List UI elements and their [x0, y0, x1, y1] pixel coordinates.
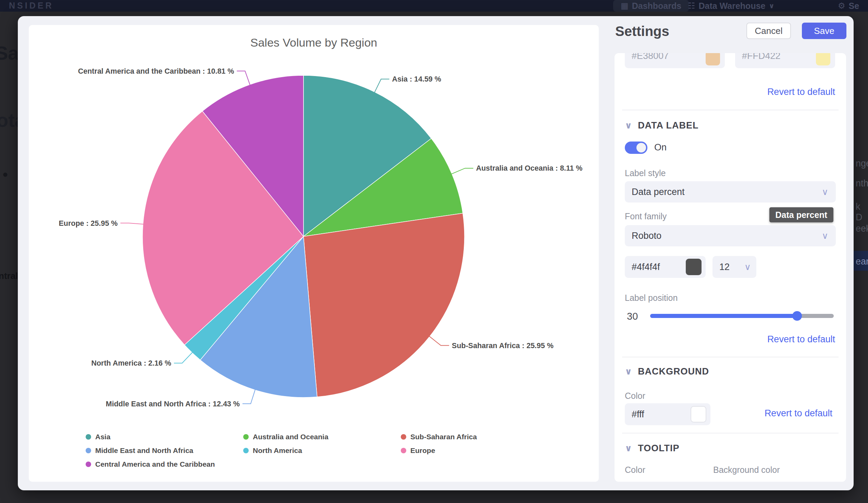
background-menu-fragment: k D	[856, 202, 868, 223]
top-navbar: NSIDER ▦ Dashboards ☷ Data Warehouse ∨ ⚙…	[0, 0, 868, 12]
slider-value: 30	[627, 311, 638, 322]
legend-item[interactable]: North America	[243, 446, 401, 455]
legend-item[interactable]: Sub-Saharan Africa	[401, 433, 551, 441]
pie-leader-line	[374, 79, 389, 93]
legend-label: Asia	[95, 433, 110, 441]
pie-slice-label: Asia : 14.59 %	[392, 75, 441, 83]
label-style-label: Label style	[625, 168, 666, 178]
label-position-slider-row: 30	[625, 311, 834, 321]
background-menu-fragment: nth	[856, 178, 868, 189]
divider	[622, 110, 838, 110]
pie-leader-line	[174, 352, 193, 363]
legend-item[interactable]: Asia	[86, 433, 243, 441]
legend-color-dot	[243, 434, 249, 440]
legend-label: Australia and Oceania	[253, 433, 329, 441]
database-icon: ☷	[688, 2, 695, 10]
legend-item[interactable]: Europe	[401, 446, 551, 455]
background-color-input[interactable]: #fff	[625, 403, 711, 425]
background-bullet-fragment: •	[3, 166, 8, 183]
pie-slice[interactable]	[303, 213, 465, 397]
pie-leader-line	[121, 223, 145, 224]
screen: NSIDER ▦ Dashboards ☷ Data Warehouse ∨ ⚙…	[0, 0, 868, 503]
revert-to-default-link[interactable]: Revert to default	[767, 87, 835, 97]
font-color-input[interactable]: #4f4f4f	[625, 256, 706, 278]
series-color-swatch[interactable]	[706, 53, 720, 65]
section-header-data-label[interactable]: ∨ DATA LABEL	[625, 120, 699, 131]
background-text-fragment: ntral	[0, 271, 18, 281]
section-header-background[interactable]: ∨ BACKGROUND	[625, 366, 709, 377]
series-color-input[interactable]: #FFD422	[735, 53, 835, 68]
font-family-label: Font family	[625, 212, 666, 221]
revert-to-default-link[interactable]: Revert to default	[767, 334, 835, 345]
pie-slice-label: Australia and Oceania : 8.11 %	[476, 164, 583, 172]
chevron-down-icon: ∨	[744, 262, 751, 273]
pie-leader-line	[451, 168, 473, 174]
nav-data-warehouse-dropdown[interactable]: ☷ Data Warehouse ∨	[688, 0, 775, 12]
legend-label: Central America and the Caribbean	[95, 460, 215, 469]
background-menu-fragment: eek	[856, 223, 868, 234]
divider	[622, 433, 838, 433]
background-color-swatch[interactable]	[691, 406, 706, 422]
font-family-value: Roboto	[632, 230, 661, 241]
font-size-dropdown[interactable]: 12 ∨	[713, 256, 756, 278]
pie-leader-line	[428, 336, 449, 346]
background-menu-fragment: ear	[856, 256, 868, 267]
legend-color-dot	[401, 434, 406, 440]
label-style-dropdown[interactable]: Data percent ∨	[625, 181, 836, 203]
series-color-input[interactable]: #E38007	[625, 53, 725, 68]
section-header-tooltip[interactable]: ∨ TOOLTIP	[625, 443, 680, 454]
pie-leader-line	[242, 389, 256, 404]
series-color-value: #FFD422	[742, 53, 781, 61]
chevron-down-icon: ∨	[769, 2, 774, 10]
legend-label: Sub-Saharan Africa	[410, 433, 477, 441]
chart-legend: AsiaAustralia and OceaniaSub-Saharan Afr…	[86, 433, 565, 469]
chevron-down-icon: ∨	[625, 120, 632, 131]
chevron-down-icon: ∨	[822, 187, 828, 197]
series-color-value: #E38007	[632, 53, 669, 61]
save-button[interactable]: Save	[802, 23, 846, 39]
label-position-slider[interactable]	[650, 314, 834, 318]
toggle-knob	[637, 143, 646, 153]
legend-color-dot	[86, 448, 91, 453]
legend-item[interactable]: Australia and Oceania	[243, 433, 401, 441]
pie-leader-line	[237, 71, 250, 86]
section-title: BACKGROUND	[638, 366, 709, 377]
legend-color-dot	[86, 462, 91, 467]
dashboards-grid-icon: ▦	[621, 2, 629, 10]
legend-label: Middle East and North Africa	[95, 446, 193, 455]
dropdown-tooltip: Data percent	[769, 207, 834, 222]
legend-item[interactable]: Middle East and North Africa	[86, 446, 243, 455]
pie-slice-label: North America : 2.16 %	[91, 359, 171, 367]
app-logo: NSIDER	[9, 1, 53, 11]
nav-data-warehouse-label: Data Warehouse	[699, 1, 766, 11]
legend-label: Europe	[410, 446, 435, 455]
nav-dashboards-button[interactable]: ▦ Dashboards	[613, 0, 689, 12]
data-label-toggle[interactable]	[625, 142, 648, 154]
font-color-value: #4f4f4f	[632, 262, 660, 273]
chevron-down-icon: ∨	[822, 230, 828, 241]
divider	[622, 357, 838, 357]
tooltip-bg-color-label: Background color	[713, 465, 780, 475]
font-family-dropdown[interactable]: Roboto ∨	[625, 225, 836, 246]
cancel-button[interactable]: Cancel	[746, 23, 791, 39]
label-position-label: Label position	[625, 293, 678, 303]
section-title: TOOLTIP	[638, 443, 680, 454]
series-color-swatch[interactable]	[816, 53, 830, 65]
settings-modal: Sales Volume by Region Asia : 14.59 %Aus…	[18, 16, 854, 490]
legend-color-dot	[243, 448, 249, 453]
pie-chart: Asia : 14.59 %Australia and Oceania : 8.…	[29, 25, 599, 482]
font-size-value: 12	[719, 262, 730, 273]
slider-thumb[interactable]	[792, 311, 802, 321]
pie-slice-label: Central America and the Caribbean : 10.8…	[78, 67, 234, 75]
nav-settings-button[interactable]: ⚙ Se	[838, 0, 859, 12]
revert-to-default-link[interactable]: Revert to default	[765, 408, 833, 419]
font-color-swatch[interactable]	[686, 259, 702, 275]
pie-slice-label: Middle East and North Africa : 12.43 %	[106, 400, 240, 408]
pie-slice-label: Sub-Saharan Africa : 25.95 %	[452, 342, 554, 350]
toggle-state-label: On	[654, 142, 666, 153]
legend-label: North America	[253, 446, 302, 455]
tooltip-color-label: Color	[625, 465, 645, 475]
nav-dashboards-label: Dashboards	[632, 1, 681, 11]
gear-icon: ⚙	[838, 2, 845, 10]
legend-item[interactable]: Central America and the Caribbean	[86, 460, 243, 469]
